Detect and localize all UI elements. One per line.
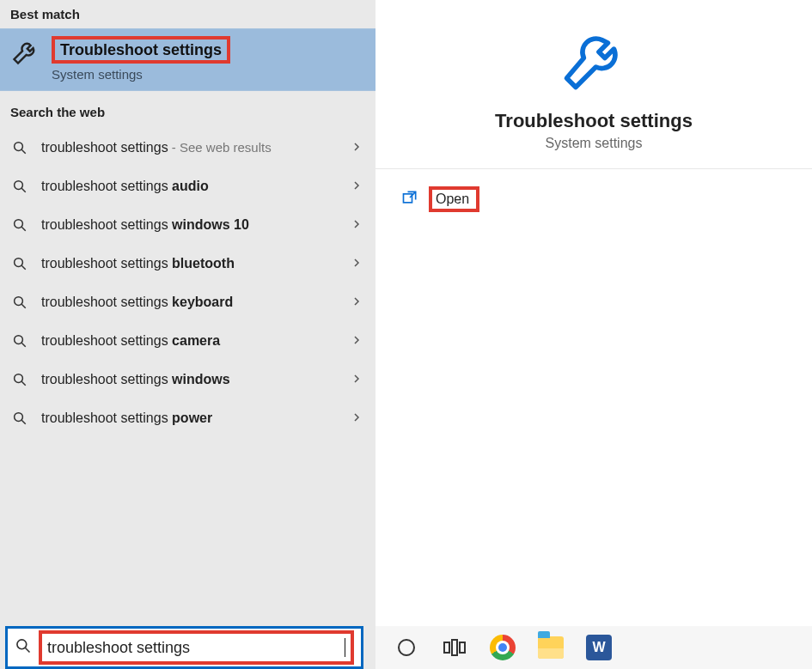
preview-subtitle: System settings [546,136,643,151]
chevron-right-icon [351,295,363,310]
search-icon [10,333,29,349]
chevron-right-icon [351,333,363,349]
web-result-text: troubleshoot settings camera [41,333,339,349]
svg-point-8 [15,296,23,305]
svg-rect-22 [460,642,465,653]
svg-line-3 [21,188,26,192]
svg-rect-18 [404,194,412,203]
svg-line-1 [21,149,26,154]
search-web-header: Search the web [0,91,375,126]
svg-line-9 [21,304,26,308]
search-icon [10,179,29,194]
svg-point-10 [15,335,23,344]
open-action[interactable]: Open [375,169,812,229]
web-result-text: troubleshoot settings audio [41,179,339,194]
search-icon [10,411,29,426]
search-icon [10,256,29,271]
web-result-text: troubleshoot settings windows 10 [41,217,339,233]
wrench-icon [10,36,41,70]
wrench-icon [558,24,630,100]
chevron-right-icon [351,411,363,426]
search-icon [15,637,32,658]
web-result-item[interactable]: troubleshoot settings keyboard [0,283,375,321]
best-match-title: Troubleshoot settings [55,41,227,58]
chevron-right-icon [351,179,363,194]
svg-point-12 [15,374,23,382]
search-input[interactable] [47,639,344,657]
web-result-item[interactable]: troubleshoot settings camera [0,321,375,360]
svg-point-19 [399,640,414,655]
cortana-icon[interactable] [391,632,422,663]
svg-point-16 [17,640,27,649]
open-label: Open [436,192,469,206]
search-icon [10,140,29,155]
word-icon[interactable]: W [583,632,614,663]
best-match-item[interactable]: Troubleshoot settings System settings [0,28,375,91]
svg-line-5 [21,227,26,231]
web-result-item[interactable]: troubleshoot settings - See web results [0,128,375,167]
svg-line-17 [26,648,30,653]
svg-point-14 [15,412,23,421]
chevron-right-icon [351,372,363,387]
file-explorer-icon[interactable] [535,632,566,663]
svg-point-2 [15,180,23,189]
best-match-subtitle: System settings [52,64,230,82]
web-result-item[interactable]: troubleshoot settings windows 10 [0,205,375,244]
web-result-text: troubleshoot settings bluetooth [41,256,339,271]
search-results-panel: Best match Troubleshoot settings System … [0,0,375,669]
web-result-item[interactable]: troubleshoot settings power [0,398,375,437]
taskbar: W [375,626,812,669]
search-icon [10,372,29,387]
chevron-right-icon [351,217,363,233]
preview-title: Troubleshoot settings [495,110,693,132]
search-icon [10,217,29,233]
search-bar[interactable] [5,626,363,669]
web-result-item[interactable]: troubleshoot settings audio [0,167,375,205]
web-results-list: troubleshoot settings - See web resultst… [0,126,375,437]
search-icon [10,295,29,310]
text-caret [345,638,345,657]
open-icon [401,189,418,210]
svg-point-6 [15,258,23,266]
svg-line-7 [21,265,26,270]
web-result-item[interactable]: troubleshoot settings windows [0,360,375,398]
preview-panel: Troubleshoot settings System settings Op… [375,0,812,669]
svg-rect-21 [452,640,457,655]
svg-point-0 [15,142,23,150]
web-result-item[interactable]: troubleshoot settings bluetooth [0,244,375,283]
svg-point-4 [15,219,23,228]
chrome-icon[interactable] [487,632,518,663]
best-match-header: Best match [0,0,375,28]
svg-line-11 [21,343,26,347]
web-result-text: troubleshoot settings windows [41,372,339,387]
chevron-right-icon [351,140,363,155]
web-result-text: troubleshoot settings - See web results [41,140,339,155]
svg-line-13 [21,381,26,386]
svg-line-15 [21,420,26,424]
task-view-icon[interactable] [439,632,470,663]
chevron-right-icon [351,256,363,271]
svg-rect-20 [444,642,449,653]
web-result-text: troubleshoot settings keyboard [41,295,339,310]
web-result-text: troubleshoot settings power [41,411,339,426]
